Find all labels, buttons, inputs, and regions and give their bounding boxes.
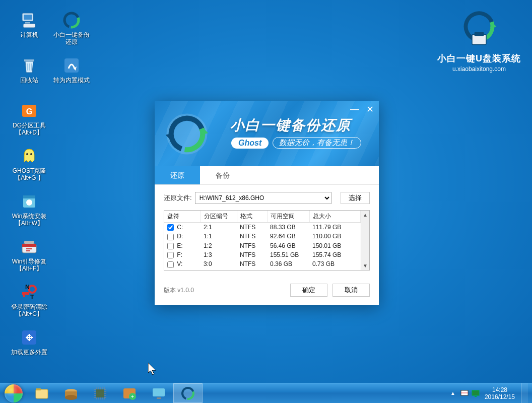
cell-free: 155.51 GB — [267, 250, 309, 259]
table-row[interactable]: F:1:3NTFS155.51 GB155.74 GB — [164, 250, 361, 259]
row-checkbox[interactable] — [167, 243, 174, 249]
start-button[interactable] — [0, 383, 27, 404]
svg-rect-44 — [96, 389, 104, 397]
watermark-url: u.xiaobaixitong.com — [437, 65, 521, 73]
tray-display-icon[interactable] — [472, 389, 480, 397]
cell-free: 88.33 GB — [267, 223, 309, 232]
win-boot-repair-icon — [19, 237, 39, 257]
svg-text:N: N — [25, 284, 30, 291]
tb-chip-util[interactable] — [86, 383, 115, 403]
watermark-logo-icon — [459, 10, 499, 49]
load-more-ext-icon — [19, 327, 39, 348]
computer-icon — [19, 10, 39, 30]
col-fs[interactable]: 格式 — [237, 211, 267, 223]
svg-rect-6 — [24, 15, 32, 20]
computer-shortcut[interactable]: 计算机 — [9, 10, 49, 38]
desktop-watermark: 小白一键U盘装系统 u.xiaobaixitong.com — [437, 10, 521, 73]
minimize-button[interactable]: — — [350, 104, 360, 115]
xiaobai-backup-shortcut[interactable]: 小白一键备份还原 — [51, 10, 92, 45]
window-subtitle: Ghost 数据无价，有备无患！ — [231, 137, 361, 149]
window-title: 小白一键备份还原 — [230, 116, 351, 135]
cell-part: 2:1 — [201, 223, 237, 232]
col-part[interactable]: 分区编号 — [201, 211, 237, 223]
load-more-ext-shortcut[interactable]: 加载更多外置 — [9, 327, 49, 356]
svg-rect-11 — [24, 59, 34, 61]
svg-rect-53 — [472, 390, 479, 395]
window-header: — ✕ 小白一键备份还原 Ghost 数据无价，有备无患！ — [155, 101, 379, 166]
col-free[interactable]: 可用空间 — [267, 211, 309, 223]
svg-point-16 — [26, 153, 28, 155]
cell-total: 150.01 GB — [309, 241, 361, 250]
switch-mode-icon — [61, 55, 82, 76]
row-checkbox[interactable] — [167, 261, 174, 268]
tb-tools[interactable]: + — [115, 383, 144, 403]
cell-part: 1:2 — [201, 241, 237, 250]
row-checkbox[interactable] — [167, 224, 174, 231]
svg-text:G: G — [26, 107, 32, 116]
tab-backup[interactable]: 备份 — [200, 166, 245, 184]
cell-part: 3:0 — [201, 259, 237, 268]
choose-file-button[interactable]: 选择 — [341, 192, 370, 204]
svg-rect-12 — [64, 58, 79, 73]
desktop-icon-label: 转为内置模式 — [53, 77, 90, 84]
scroll-up-icon[interactable]: ▲ — [361, 211, 369, 219]
partition-table: 盘符 分区编号 格式 可用空间 总大小 C:2:1NTFS88.33 GB111… — [164, 210, 370, 271]
svg-rect-8 — [23, 24, 35, 28]
row-checkbox[interactable] — [167, 234, 174, 240]
table-row[interactable]: C:2:1NTFS88.33 GB111.79 GB — [164, 223, 361, 232]
table-row[interactable]: V:3:0NTFS0.36 GB0.73 GB — [164, 259, 361, 268]
password-clear-shortcut[interactable]: NT登录密码清除【Alt+C】 — [9, 282, 49, 317]
tb-tools-icon: + — [121, 385, 138, 401]
switch-mode-shortcut[interactable]: 转为内置模式 — [51, 55, 92, 84]
tb-explorer[interactable] — [27, 383, 56, 403]
cell-total: 111.79 GB — [309, 223, 361, 232]
win-boot-repair-shortcut[interactable]: Win引导修复【Alt+F】 — [9, 237, 49, 272]
mouse-cursor-icon — [148, 363, 158, 377]
restore-file-select[interactable]: H:\WIN7_612_x86.GHO — [195, 192, 331, 204]
svg-rect-49 — [157, 397, 161, 399]
scroll-down-icon[interactable]: ▼ — [361, 261, 369, 270]
cell-free: 56.46 GB — [267, 241, 309, 250]
cell-fs: NTFS — [237, 259, 267, 268]
ghost-clone-shortcut[interactable]: GHOST克隆【Alt+G 】 — [9, 146, 49, 181]
tabs: 还原 备份 — [155, 166, 379, 185]
tb-explorer-icon — [34, 385, 50, 401]
tb-disk-util[interactable] — [56, 383, 86, 403]
table-row[interactable]: E:1:2NTFS56.46 GB150.01 GB — [164, 241, 361, 250]
system-tray: ▲ 14:28 2016/12/15 — [444, 383, 532, 403]
tray-flag-icon[interactable] — [460, 389, 469, 397]
svg-rect-25 — [22, 292, 29, 295]
ghost-badge: Ghost — [231, 138, 269, 149]
watermark-title: 小白一键U盘装系统 — [437, 52, 521, 64]
clock-date: 2016/12/15 — [485, 393, 515, 400]
desktop-icon-label: Win引导修复【Alt+F】 — [12, 258, 47, 272]
cancel-button[interactable]: 取消 — [332, 284, 370, 297]
app-logo-icon — [164, 111, 210, 157]
password-clear-icon: NT — [19, 282, 39, 302]
dg-partition-icon: G — [19, 101, 39, 121]
col-total[interactable]: 总大小 — [309, 211, 361, 223]
tb-disk-util-icon — [63, 385, 79, 401]
svg-rect-19 — [23, 195, 35, 198]
table-scrollbar[interactable]: ▲ ▼ — [361, 211, 369, 270]
tray-overflow-button[interactable]: ▲ — [448, 390, 457, 396]
tb-monitor[interactable] — [144, 383, 173, 403]
desktop-icon-label: GHOST克隆【Alt+G 】 — [13, 167, 46, 181]
desktop-icon-label: DG分区工具【Alt+D】 — [13, 122, 46, 136]
close-button[interactable]: ✕ — [365, 104, 375, 115]
ok-button[interactable]: 确定 — [290, 284, 327, 297]
taskbar-clock[interactable]: 14:28 2016/12/15 — [483, 386, 518, 400]
row-checkbox[interactable] — [167, 252, 174, 258]
dg-partition-shortcut[interactable]: GDG分区工具【Alt+D】 — [9, 101, 49, 136]
svg-point-20 — [26, 199, 32, 206]
svg-rect-40 — [36, 388, 41, 390]
cell-total: 0.73 GB — [309, 259, 361, 268]
win-install-shortcut[interactable]: Win系统安装【Alt+W】 — [9, 191, 49, 227]
tb-xiaobai-app[interactable] — [173, 383, 203, 403]
svg-text:+: + — [131, 394, 134, 399]
recycle-bin-shortcut[interactable]: 回收站 — [9, 55, 49, 84]
tab-restore[interactable]: 还原 — [155, 166, 200, 184]
col-drive[interactable]: 盘符 — [164, 211, 201, 223]
table-row[interactable]: D:1:1NTFS92.64 GB110.00 GB — [164, 232, 361, 241]
show-desktop-button[interactable] — [521, 383, 528, 403]
